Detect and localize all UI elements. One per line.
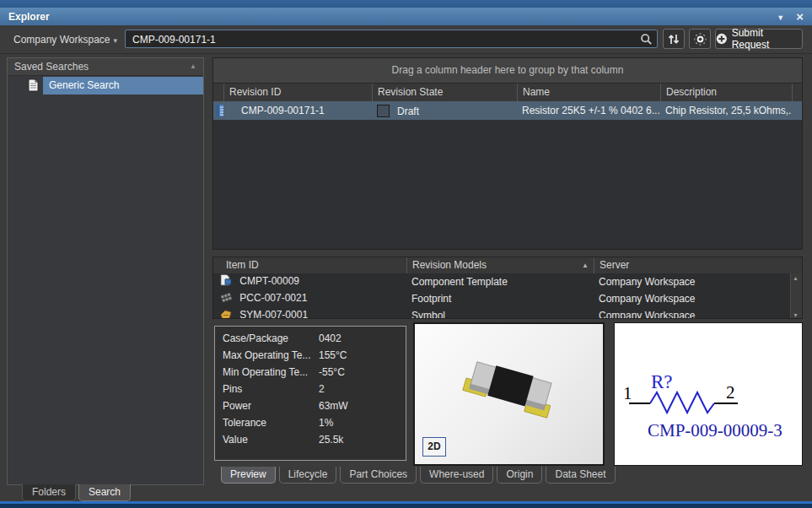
- parameter-name: Pins: [215, 381, 312, 397]
- explorer-panel: Explorer Company Workspace: [0, 0, 812, 508]
- sync-arrows-icon: [668, 33, 680, 46]
- search-icon[interactable]: [640, 33, 653, 46]
- column-revision-state[interactable]: Revision State: [372, 84, 517, 101]
- parameters-table: Case/Package 0402 Max Operating Te... 15…: [214, 326, 406, 461]
- cell-model: Symbol: [406, 310, 594, 319]
- footprint-3d-view[interactable]: 2D: [413, 322, 605, 466]
- submit-request-label: Submit Request: [732, 27, 802, 51]
- cell-item-id: CMPT-00009: [239, 275, 299, 287]
- tab-preview[interactable]: Preview: [221, 467, 276, 484]
- saved-searches-title: Saved Searches: [14, 61, 89, 73]
- list-item[interactable]: CMPT-00009 Component Template Company Wo…: [213, 273, 802, 290]
- cell-server: Company Workspace: [594, 310, 790, 319]
- tab-origin[interactable]: Origin: [497, 467, 542, 484]
- sync-button[interactable]: [663, 29, 685, 49]
- gear-icon: [694, 33, 707, 46]
- chevron-down-icon: [110, 34, 118, 46]
- tab-where-used[interactable]: Where-used: [420, 467, 493, 484]
- column-revision-models[interactable]: Revision Models: [406, 257, 594, 273]
- cell-server: Company Workspace: [594, 276, 790, 288]
- close-icon[interactable]: [796, 10, 804, 23]
- footprint-icon: [220, 291, 233, 304]
- search-input[interactable]: [131, 32, 636, 47]
- cell-revision-id: CMP-009-00171-1: [223, 105, 372, 116]
- plus-circle-icon: [716, 33, 728, 45]
- pin2-label: 2: [726, 382, 735, 403]
- column-description[interactable]: Description: [660, 84, 792, 101]
- tab-folders[interactable]: Folders: [22, 484, 76, 501]
- parameter-value: 25.5k: [312, 431, 343, 448]
- titlebar[interactable]: Explorer: [0, 8, 812, 25]
- cell-server: Company Workspace: [594, 293, 790, 305]
- submit-request-button[interactable]: Submit Request: [715, 29, 803, 49]
- panel-menu-icon[interactable]: [777, 12, 784, 22]
- cell-name: Resistor 25K5 +/-1 % 0402 6...: [517, 105, 660, 116]
- resistor-symbol: 1 2 R? CMP-009-00009-3: [615, 323, 802, 465]
- vertical-scrollbar[interactable]: [790, 273, 802, 319]
- tab-search[interactable]: Search: [78, 484, 131, 501]
- parameter-value: 2: [312, 381, 325, 397]
- 2d-mode-button[interactable]: 2D: [422, 437, 446, 457]
- document-icon: [28, 78, 39, 92]
- column-revision-id[interactable]: Revision ID: [223, 84, 372, 101]
- models-header-row: Item ID Revision Models Server: [213, 257, 802, 273]
- cell-item-id: PCC-007-0021: [239, 292, 307, 304]
- saved-searches-header[interactable]: Saved Searches: [8, 58, 203, 76]
- titlebar-top-strip: [0, 0, 812, 8]
- symbol-id-label: CMP-009-00009-3: [648, 420, 782, 440]
- sidebar-item-label: Generic Search: [43, 77, 203, 95]
- list-item[interactable]: PCC-007-0021 Footprint Company Workspace: [213, 290, 802, 307]
- sidebar-tabs: Folders Search: [22, 484, 131, 501]
- parameter-name: Max Operating Te...: [215, 347, 312, 364]
- parameter-name: Tolerance: [215, 414, 312, 431]
- column-server[interactable]: Server: [594, 257, 790, 273]
- window-bottom-frame: [0, 501, 812, 508]
- symbol-preview: 1 2 R? CMP-009-00009-3: [614, 322, 803, 466]
- preview-tabs: Preview Lifecycle Part Choices Where-use…: [221, 467, 616, 484]
- toolbar: Company Workspace: [0, 25, 812, 54]
- parameter-row: Tolerance 1%: [215, 414, 406, 431]
- parameter-row: Pins 2: [215, 381, 406, 397]
- tab-part-choices[interactable]: Part Choices: [340, 467, 417, 484]
- parameter-name: Power: [215, 397, 312, 414]
- parameter-row: Min Operating Te... -55°C: [215, 364, 406, 381]
- parameter-value: 1%: [312, 414, 333, 431]
- cell-model: Component Template: [406, 276, 594, 288]
- group-by-dropzone[interactable]: Drag a column header here to group by th…: [213, 58, 802, 84]
- parameter-value: 155°C: [312, 347, 347, 364]
- component-template-icon: [220, 274, 233, 287]
- symbol-icon: [220, 308, 233, 319]
- settings-button[interactable]: [689, 29, 711, 49]
- parameter-value: -55°C: [312, 364, 345, 381]
- workspace-label: Company Workspace: [13, 34, 110, 46]
- sidebar-item-generic-search[interactable]: Generic Search: [8, 77, 203, 95]
- tab-data-sheet[interactable]: Data Sheet: [546, 467, 615, 484]
- panel-title: Explorer: [8, 11, 50, 23]
- column-item-id[interactable]: Item ID: [213, 257, 406, 273]
- list-item[interactable]: SYM-007-0001 Symbol Company Workspace: [213, 307, 802, 319]
- parameter-value: 63mW: [312, 397, 348, 414]
- icon-column-header: [213, 84, 223, 101]
- parameter-row: Case/Package 0402: [215, 330, 406, 347]
- cell-model: Footprint: [406, 293, 594, 305]
- component-revision-icon: [216, 104, 223, 117]
- revision-checkbox[interactable]: [377, 105, 390, 117]
- workspace-dropdown[interactable]: Company Workspace: [13, 34, 117, 46]
- designator-label: R?: [651, 371, 673, 392]
- column-name[interactable]: Name: [517, 84, 660, 101]
- cell-revision-state: Draft: [397, 105, 419, 117]
- saved-searches-panel: Saved Searches Generic Search: [7, 57, 204, 485]
- table-row[interactable]: CMP-009-00171-1 Draft Resistor 25K5 +/-1…: [213, 101, 802, 120]
- revision-models-table: Item ID Revision Models Server CMPT-0000…: [212, 257, 803, 319]
- parameter-name: Value: [215, 431, 312, 448]
- parameter-row: Max Operating Te... 155°C: [215, 347, 406, 364]
- search-box: [125, 30, 658, 48]
- parameter-name: Min Operating Te...: [215, 364, 312, 381]
- cell-description: Chip Resistor, 25,5 kOhms,...: [660, 105, 792, 116]
- results-header-row: Revision ID Revision State Name Descript…: [213, 84, 802, 101]
- tab-lifecycle[interactable]: Lifecycle: [279, 467, 337, 484]
- pin1-label: 1: [623, 383, 632, 403]
- cell-item-id: SYM-007-0001: [239, 309, 308, 319]
- parameter-row: Value 25.5k: [215, 431, 406, 448]
- parameter-row: Power 63mW: [215, 397, 406, 414]
